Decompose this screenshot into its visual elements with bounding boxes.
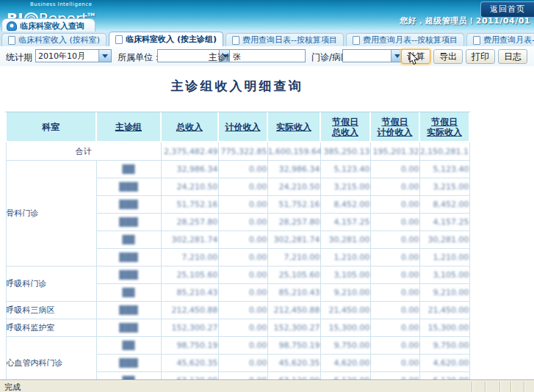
document-icon xyxy=(232,36,239,45)
redacted-value-cell: 1,600,159.64 xyxy=(267,142,320,161)
redacted-group-name-cell: ███ xyxy=(96,355,161,372)
redacted-value-cell: 15,300.00 xyxy=(419,319,469,337)
redacted-value-cell: 9,750.00 xyxy=(419,337,469,355)
redacted-value-cell: 4,620.00 xyxy=(320,355,370,372)
column-header: 科室 xyxy=(6,112,96,142)
status-bar: 完成 xyxy=(0,380,534,392)
redacted-value-cell: 302,281.74 xyxy=(161,231,218,249)
module-tab-clinical-income[interactable]: 临床科室收入查询 xyxy=(1,18,95,32)
redacted-value-cell: 3,215.00 xyxy=(320,178,370,196)
redacted-value-cell: 0.00 xyxy=(218,196,267,214)
data-row: 呼吸科监护室███152,300.270.00152,300.2715,300.… xyxy=(6,319,469,337)
document-icon xyxy=(353,36,360,45)
statusbar-pane-divider xyxy=(524,382,525,392)
total-label-cell: 合计 xyxy=(6,142,161,161)
column-header-label: 总收入 xyxy=(176,122,203,132)
redacted-value-cell: 32,986.34 xyxy=(161,161,218,178)
redacted-group-name-cell: ███ xyxy=(96,249,161,266)
tab-4[interactable]: 费用查询月表--按科室 xyxy=(466,33,534,46)
column-header-label: 科室 xyxy=(43,122,60,132)
column-header[interactable]: 实际收入 xyxy=(267,112,320,142)
report-table-container: 科室主诊组总收入计价收入实际收入节假日 总收入节假日 计价收入节假日 实际收入合… xyxy=(5,112,470,380)
department-cell: 骨科门诊 xyxy=(6,161,96,266)
period-select[interactable]: 2010年10月 xyxy=(35,49,112,62)
redacted-value-cell: 0.00 xyxy=(370,231,419,249)
redacted-value-cell: 7,210.00 xyxy=(267,249,320,266)
column-header-label: 主诊组 xyxy=(115,122,142,132)
logo-subtitle: Business Intelligence xyxy=(30,1,95,7)
redacted-group-name-cell: ██ xyxy=(96,231,161,249)
redacted-value-cell: 152,300.27 xyxy=(161,319,218,337)
redacted-value-cell: 4,620.00 xyxy=(419,355,469,372)
document-icon xyxy=(473,36,480,45)
redacted-value-cell: 0.00 xyxy=(218,161,267,178)
redacted-value-cell: 0.00 xyxy=(370,196,419,214)
group-input[interactable]: 张 xyxy=(229,49,306,62)
tab-1[interactable]: 临床科室收入 (按主诊组) xyxy=(109,32,223,46)
print-button[interactable]: 打印 xyxy=(466,49,495,64)
statusbar-pane-divider xyxy=(499,382,501,392)
redacted-group-name-cell: ███ xyxy=(96,302,161,319)
filter-toolbar: 统计期： 2010年10月 所属单位： 主诊组 张 门诊/病区 计算导出打印日志 xyxy=(0,46,534,67)
tab-2[interactable]: 费用查询日表--按核算项目 xyxy=(225,33,344,46)
column-header[interactable]: 主诊组 xyxy=(96,112,161,142)
redacted-value-cell: 5,123.40 xyxy=(320,161,370,178)
department-cell: 心血管内科门诊 xyxy=(6,337,96,381)
redacted-value-cell: 21,450.00 xyxy=(320,302,370,319)
redacted-value-cell: 85,210.43 xyxy=(267,284,320,302)
column-header[interactable]: 节假日 总收入 xyxy=(320,112,370,142)
unit-label: 所属单位： xyxy=(118,51,162,64)
tab-0[interactable]: 临床科室收入 (按科室) xyxy=(1,33,107,46)
department-cell: 呼吸科门诊 xyxy=(6,266,96,302)
redacted-value-cell: 0.00 xyxy=(370,337,419,355)
income-table: 科室主诊组总收入计价收入实际收入节假日 总收入节假日 计价收入节假日 实际收入合… xyxy=(5,112,470,380)
tab-label: 费用查询月表--按核算项目 xyxy=(363,35,458,46)
statusbar-pane-divider xyxy=(485,382,486,392)
redacted-value-cell: 1,210.00 xyxy=(320,249,370,266)
report-content: 主诊组收入明细查询 科室主诊组总收入计价收入实际收入节假日 总收入节假日 计价收… xyxy=(0,66,534,380)
column-header[interactable]: 总收入 xyxy=(161,112,218,142)
clinic-select[interactable] xyxy=(342,49,404,62)
redacted-value-cell: 28,257.80 xyxy=(267,214,320,231)
report-title: 主诊组收入明细查询 xyxy=(5,78,469,95)
redacted-value-cell: 98,750.19 xyxy=(267,337,320,355)
redacted-value-cell: 0.00 xyxy=(218,337,267,355)
redacted-value-cell: 0.00 xyxy=(218,302,267,319)
redacted-value-cell: 0.00 xyxy=(218,214,267,231)
redacted-value-cell: 25,105.60 xyxy=(161,266,218,284)
chevron-down-icon[interactable] xyxy=(98,50,111,62)
tab-label: 费用查询日表--按核算项目 xyxy=(242,35,337,46)
export-button[interactable]: 导出 xyxy=(433,49,463,64)
redacted-value-cell: 98,750.19 xyxy=(161,337,218,355)
redacted-value-cell: 7,210.00 xyxy=(161,249,218,266)
redacted-value-cell: 51,752.16 xyxy=(267,196,320,214)
redacted-value-cell: 9,210.00 xyxy=(320,284,370,302)
column-header-label: 计价收入 xyxy=(225,122,261,132)
log-button[interactable]: 日志 xyxy=(498,49,527,64)
redacted-value-cell: 4,157.25 xyxy=(419,214,469,231)
redacted-value-cell: 195,201.32 xyxy=(370,142,419,161)
department-cell: 呼吸科三病区 xyxy=(6,302,96,319)
redacted-value-cell: 0.00 xyxy=(218,284,267,302)
column-header[interactable]: 计价收入 xyxy=(218,112,267,142)
document-icon xyxy=(8,36,15,45)
redacted-group-name-cell: ███ xyxy=(96,178,161,196)
logo-tm: TM xyxy=(87,12,95,17)
redacted-value-cell: 24,210.50 xyxy=(267,178,320,196)
redacted-value-cell: 0.00 xyxy=(218,266,267,284)
column-header[interactable]: 节假日 实际收入 xyxy=(419,112,469,142)
data-row: 呼吸科门诊███25,105.600.0025,105.603,105.000.… xyxy=(6,266,469,284)
redacted-group-name-cell: ██ xyxy=(96,284,161,302)
column-header-label: 节假日 实际收入 xyxy=(427,117,462,137)
redacted-value-cell: 9,750.00 xyxy=(320,337,370,355)
redacted-value-cell: 0.00 xyxy=(370,302,419,319)
tab-3[interactable]: 费用查询月表--按核算项目 xyxy=(346,33,464,46)
redacted-value-cell: 0.00 xyxy=(370,214,419,231)
redacted-value-cell: 0.00 xyxy=(370,355,419,372)
redacted-value-cell: 32,986.34 xyxy=(267,161,320,178)
period-value: 2010年10月 xyxy=(36,51,98,62)
redacted-value-cell: 0.00 xyxy=(370,161,419,178)
column-header[interactable]: 节假日 计价收入 xyxy=(370,112,419,142)
redacted-value-cell: 0.00 xyxy=(370,249,419,266)
redacted-group-name-cell: ███ xyxy=(96,196,161,214)
